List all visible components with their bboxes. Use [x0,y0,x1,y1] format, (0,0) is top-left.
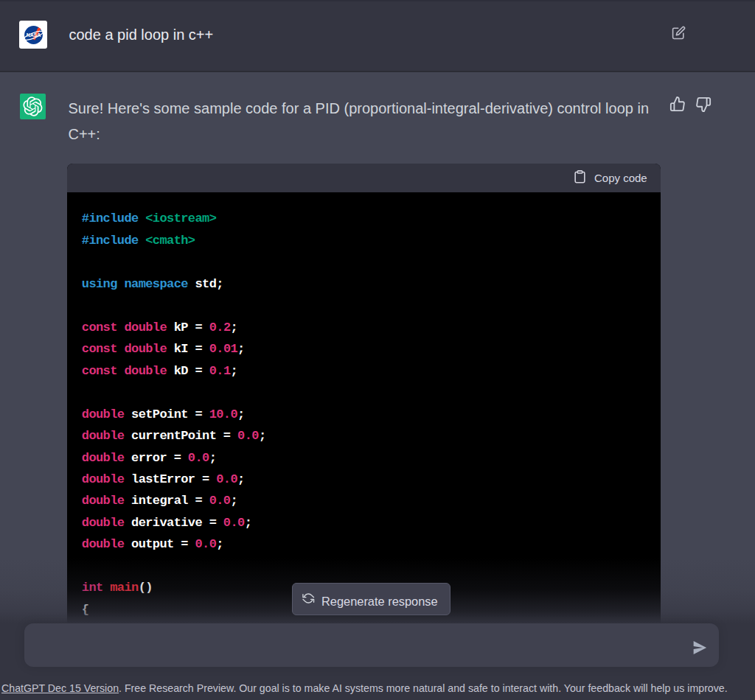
svg-text:NASA: NASA [26,32,40,38]
